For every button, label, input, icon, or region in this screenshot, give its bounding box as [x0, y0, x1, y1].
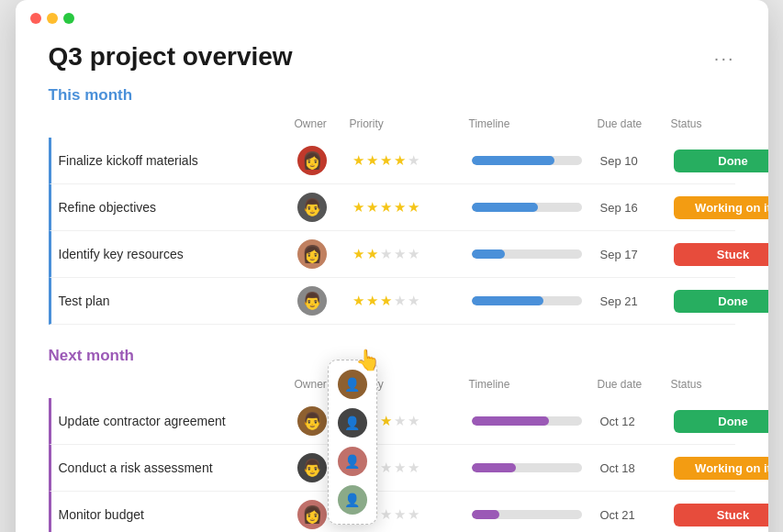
this-month-section: This month Owner Priority Timeline Due d… — [16, 86, 768, 325]
title-bar — [16, 0, 768, 33]
star-icon: ★ — [408, 152, 419, 169]
this-month-header: Owner Priority Timeline Due date Status … — [49, 114, 735, 138]
star-icon: ★ — [408, 199, 419, 216]
task-due-date: Oct 21 — [600, 508, 674, 522]
timeline-bar — [472, 416, 549, 426]
task-name: Conduct a risk assessment — [59, 460, 297, 475]
task-priority-stars: ★★★★★ — [352, 293, 472, 309]
star-icon: ★ — [394, 506, 406, 523]
minimize-dot[interactable] — [47, 13, 58, 24]
star-icon: ★ — [380, 246, 392, 262]
task-owner: 👩 — [297, 239, 352, 269]
status-badge: Working on it — [674, 196, 768, 219]
header-timeline: Timeline — [469, 117, 598, 130]
status-badge: Working on it — [674, 457, 768, 480]
task-owner: 👨 — [297, 193, 352, 222]
task-due-date: Sep 17 — [600, 248, 674, 261]
timeline-bar-wrap — [472, 416, 582, 426]
star-icon: ★ — [408, 506, 419, 523]
star-icon: ★ — [366, 199, 378, 216]
app-window: Q3 project overview ··· This month Owner… — [16, 0, 768, 532]
task-status: Done — [674, 410, 768, 433]
task-status: Done — [674, 290, 768, 313]
task-name: Identify key resources — [59, 247, 297, 261]
avatar: 👩 — [297, 500, 327, 529]
task-row: Identify key resources 👩 ★★★★★ Sep 17 St… — [49, 231, 735, 278]
task-timeline — [472, 296, 600, 305]
star-icon: ★ — [408, 460, 419, 476]
task-due-date: Sep 10 — [600, 154, 674, 168]
avatar: 👨 — [297, 406, 327, 436]
task-status: Working on it — [674, 196, 768, 219]
avatar: 👨 — [297, 193, 327, 222]
floating-avatar-3: 👤 — [338, 447, 367, 476]
star-icon: ★ — [352, 246, 364, 262]
timeline-bar-wrap — [472, 296, 582, 305]
header-due: Due date — [598, 117, 671, 130]
star-icon: ★ — [380, 152, 392, 169]
star-icon: ★ — [352, 293, 364, 309]
star-icon: ★ — [366, 293, 378, 309]
timeline-bar — [472, 156, 554, 165]
floating-avatar-1: 👤 — [338, 370, 367, 399]
timeline-bar-wrap — [472, 510, 582, 519]
header-priority: Priority — [350, 117, 469, 130]
avatar: 👨 — [297, 286, 327, 316]
task-timeline — [472, 249, 600, 259]
task-status: Working on it — [674, 457, 768, 480]
task-name: Refine objectives — [59, 200, 297, 215]
task-timeline — [472, 416, 600, 426]
avatar: 👨 — [297, 453, 327, 482]
avatar: 👩 — [297, 146, 327, 175]
task-timeline — [472, 510, 600, 519]
star-icon: ★ — [352, 152, 364, 169]
timeline-bar — [472, 296, 543, 305]
next-month-section: Next month Owner Priority Timeline Due d… — [16, 347, 768, 532]
task-priority-stars: ★★★★★ — [352, 246, 472, 262]
task-due-date: Sep 21 — [600, 294, 674, 308]
status-badge: Stuck — [674, 243, 768, 266]
task-timeline — [472, 203, 600, 212]
star-icon: ★ — [394, 460, 406, 476]
next-month-title: Next month — [49, 347, 735, 365]
task-status: Stuck — [674, 243, 768, 266]
floating-avatar-2: 👤 — [338, 408, 367, 438]
maximize-dot[interactable] — [63, 13, 74, 24]
task-name: Finalize kickoff materials — [59, 153, 297, 168]
star-icon: ★ — [394, 199, 406, 216]
task-status: Done — [674, 150, 768, 172]
this-month-rows: Finalize kickoff materials 👩 ★★★★★ Sep 1… — [49, 138, 735, 325]
avatar: 👩 — [297, 239, 327, 269]
more-options-button[interactable]: ··· — [714, 48, 735, 69]
star-icon: ★ — [380, 460, 392, 476]
star-icon: ★ — [394, 152, 406, 169]
status-badge: Done — [674, 410, 768, 433]
task-row: Monitor budget 👩 ★★★★★ Oct 21 Stuck — [49, 492, 735, 532]
status-badge: Done — [674, 290, 768, 313]
floating-avatar-4: 👤 — [338, 485, 367, 515]
timeline-bar — [472, 203, 538, 212]
task-row: Update contractor agreement 👨 ★★★★★ Oct … — [49, 398, 735, 445]
nm-header-due: Due date — [598, 378, 671, 391]
star-icon: ★ — [394, 293, 406, 309]
cursor-hand-icon: 👆 — [355, 349, 380, 372]
next-month-header: Owner Priority Timeline Due date Status … — [49, 374, 735, 398]
task-name: Test plan — [59, 294, 297, 308]
task-priority-stars: ★★★★★ — [352, 152, 472, 169]
nm-header-status: Status — [671, 378, 768, 391]
task-due-date: Oct 12 — [600, 415, 674, 428]
star-icon: ★ — [380, 506, 392, 523]
timeline-bar — [472, 249, 505, 259]
star-icon: ★ — [408, 246, 419, 262]
close-dot[interactable] — [30, 13, 41, 24]
floating-avatar-card: 👤 👤 👤 👤 — [328, 360, 377, 525]
timeline-bar-wrap — [472, 249, 582, 259]
timeline-bar — [472, 463, 516, 472]
task-row: Test plan 👨 ★★★★★ Sep 21 Done — [49, 278, 735, 325]
star-icon: ★ — [408, 293, 419, 309]
timeline-bar-wrap — [472, 463, 582, 472]
timeline-bar-wrap — [472, 156, 582, 165]
task-timeline — [472, 156, 600, 165]
task-priority-stars: ★★★★★ — [352, 199, 472, 216]
next-month-rows: Update contractor agreement 👨 ★★★★★ Oct … — [49, 398, 735, 532]
